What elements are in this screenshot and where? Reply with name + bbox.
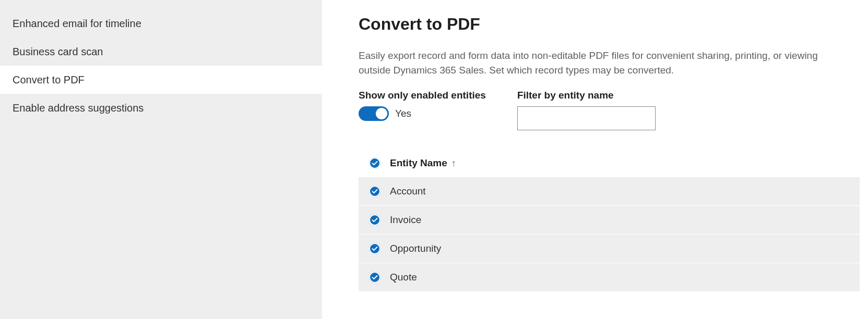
filter-label: Filter by entity name [517, 90, 656, 101]
page-description: Easily export record and form data into … [359, 48, 818, 77]
table-row[interactable]: Opportunity [359, 235, 860, 263]
sidebar-item-label: Convert to PDF [13, 74, 85, 85]
entity-name-cell: Quote [390, 272, 417, 283]
check-icon [372, 274, 378, 280]
entity-name-cell: Opportunity [390, 243, 441, 254]
table-header-row[interactable]: Entity Name ↑ [359, 149, 860, 177]
sidebar-item-enable-address-suggestions[interactable]: Enable address suggestions [0, 94, 322, 122]
row-checkbox[interactable] [369, 243, 381, 254]
sidebar-item-business-card-scan[interactable]: Business card scan [0, 38, 322, 66]
check-icon [372, 217, 378, 223]
main-panel: Convert to PDF Easily export record and … [322, 0, 868, 319]
row-checkbox[interactable] [369, 214, 381, 226]
column-header-label: Entity Name [390, 157, 447, 169]
toggle-row: Yes [359, 106, 486, 121]
filter-entity-input[interactable] [517, 106, 656, 130]
table-row[interactable]: Account [359, 177, 860, 206]
toggle-label: Show only enabled entities [359, 90, 486, 101]
toggle-value: Yes [395, 108, 411, 119]
page-title: Convert to PDF [359, 15, 868, 34]
sidebar-item-label: Business card scan [13, 46, 103, 57]
controls-row: Show only enabled entities Yes Filter by… [359, 90, 868, 130]
entity-table: Entity Name ↑ Account Invoice [359, 149, 860, 292]
settings-sidebar: Enhanced email for timeline Business car… [0, 0, 322, 319]
sidebar-item-convert-to-pdf[interactable]: Convert to PDF [0, 66, 322, 94]
toggle-knob [376, 108, 387, 119]
entity-name-cell: Account [390, 186, 426, 197]
check-icon [372, 160, 378, 166]
select-all-checkbox[interactable] [369, 157, 381, 169]
row-checkbox[interactable] [369, 272, 381, 283]
filter-group: Filter by entity name [517, 90, 656, 130]
table-row[interactable]: Quote [359, 263, 860, 292]
check-icon [372, 188, 378, 194]
column-header-entity-name[interactable]: Entity Name ↑ [390, 157, 456, 169]
sidebar-item-enhanced-email[interactable]: Enhanced email for timeline [0, 9, 322, 38]
toggle-group: Show only enabled entities Yes [359, 90, 486, 130]
table-row[interactable]: Invoice [359, 206, 860, 235]
sidebar-item-label: Enhanced email for timeline [13, 18, 141, 29]
check-icon [372, 246, 378, 252]
row-checkbox[interactable] [369, 186, 381, 197]
enabled-entities-toggle[interactable] [359, 106, 389, 121]
sort-asc-icon: ↑ [451, 158, 456, 169]
sidebar-item-label: Enable address suggestions [13, 102, 144, 114]
entity-name-cell: Invoice [390, 214, 421, 226]
